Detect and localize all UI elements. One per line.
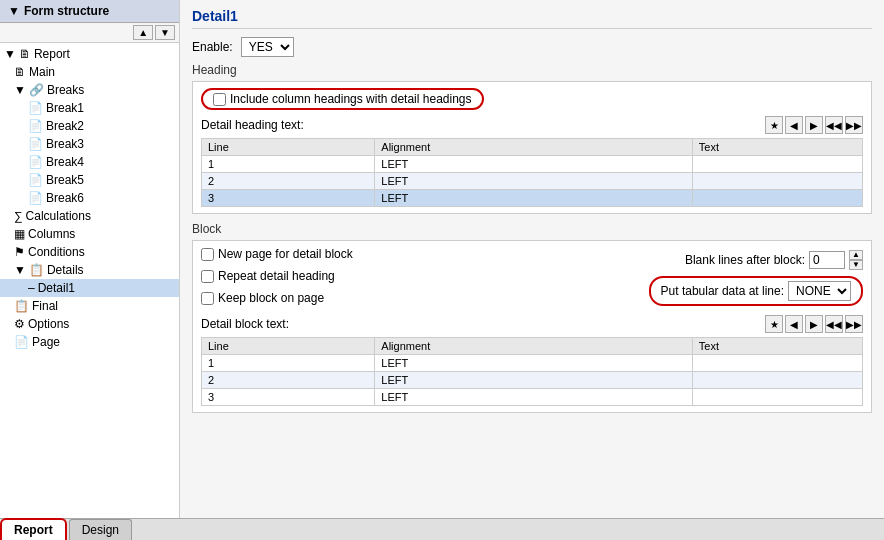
sidebar-label: Page <box>32 335 60 349</box>
repeat-heading-checkbox[interactable] <box>201 270 214 283</box>
table-row[interactable]: 2 LEFT <box>202 372 863 389</box>
enable-label: Enable: <box>192 40 233 54</box>
heading-first-button[interactable]: ◀◀ <box>825 116 843 134</box>
block-section-label: Block <box>192 222 872 236</box>
break4-icon: 📄 <box>28 155 43 169</box>
cell-alignment: LEFT <box>375 190 693 207</box>
sidebar-item-details[interactable]: ▼ 📋 Details <box>0 261 179 279</box>
tabular-data-label: Put tabular data at line: <box>661 284 784 298</box>
sidebar-item-break6[interactable]: 📄 Break6 <box>0 189 179 207</box>
col-alignment: Alignment <box>375 139 693 156</box>
heading-up-button[interactable]: ◀ <box>785 116 803 134</box>
heading-last-button[interactable]: ▶▶ <box>845 116 863 134</box>
block-down-button[interactable]: ▶ <box>805 315 823 333</box>
tree-arrow-details-icon: ▼ <box>14 263 26 277</box>
blank-lines-input[interactable] <box>809 251 845 269</box>
sidebar-up-button[interactable]: ▲ <box>133 25 153 40</box>
sidebar-label: Detail1 <box>38 281 75 295</box>
heading-down-button[interactable]: ▶ <box>805 116 823 134</box>
blank-lines-row: Blank lines after block: ▲ ▼ <box>685 250 863 270</box>
table-row[interactable]: 2 LEFT <box>202 173 863 190</box>
sidebar-title: Form structure <box>24 4 109 18</box>
sidebar-label: Break6 <box>46 191 84 205</box>
cell-line: 2 <box>202 372 375 389</box>
break1-icon: 📄 <box>28 101 43 115</box>
sidebar-item-options[interactable]: ⚙ Options <box>0 315 179 333</box>
cell-line: 1 <box>202 156 375 173</box>
sidebar-label: Break4 <box>46 155 84 169</box>
blank-lines-up-button[interactable]: ▲ <box>849 250 863 260</box>
cell-line: 3 <box>202 190 375 207</box>
table-row[interactable]: 1 LEFT <box>202 355 863 372</box>
sidebar-item-detail1[interactable]: – Detail1 <box>0 279 179 297</box>
options-icon: ⚙ <box>14 317 25 331</box>
sidebar-item-columns[interactable]: ▦ Columns <box>0 225 179 243</box>
table-row[interactable]: 1 LEFT <box>202 156 863 173</box>
sidebar-item-break1[interactable]: 📄 Break1 <box>0 99 179 117</box>
tabular-data-select[interactable]: NONE 1 2 3 <box>788 281 851 301</box>
sidebar-tree: ▼ 🗎 Report 🗎 Main ▼ 🔗 Breaks 📄 Break1 📄 … <box>0 43 179 518</box>
include-headings-checkbox[interactable] <box>213 93 226 106</box>
sidebar-label: Options <box>28 317 69 331</box>
new-page-checkbox[interactable] <box>201 248 214 261</box>
blank-lines-down-button[interactable]: ▼ <box>849 260 863 270</box>
sidebar-label: Break2 <box>46 119 84 133</box>
repeat-heading-label: Repeat detail heading <box>218 269 335 283</box>
page-title: Detail1 <box>192 8 872 29</box>
enable-select[interactable]: YES NO <box>241 37 294 57</box>
cell-alignment: LEFT <box>375 372 693 389</box>
sidebar-item-break4[interactable]: 📄 Break4 <box>0 153 179 171</box>
sidebar-item-report[interactable]: ▼ 🗎 Report <box>0 45 179 63</box>
cell-line: 1 <box>202 355 375 372</box>
tree-icon: ▼ <box>8 4 20 18</box>
columns-icon: ▦ <box>14 227 25 241</box>
tab-design[interactable]: Design <box>69 519 132 540</box>
sidebar-item-calculations[interactable]: ∑ Calculations <box>0 207 179 225</box>
block-star-button[interactable]: ★ <box>765 315 783 333</box>
cell-text <box>692 156 862 173</box>
block-up-button[interactable]: ◀ <box>785 315 803 333</box>
sidebar-item-break3[interactable]: 📄 Break3 <box>0 135 179 153</box>
conditions-icon: ⚑ <box>14 245 25 259</box>
sidebar-label: Break3 <box>46 137 84 151</box>
col-text: Text <box>692 139 862 156</box>
sidebar-label: Columns <box>28 227 75 241</box>
cell-line: 2 <box>202 173 375 190</box>
cell-alignment: LEFT <box>375 173 693 190</box>
tree-arrow-icon: ▼ <box>4 47 16 61</box>
detail1-icon: – <box>28 281 35 295</box>
sidebar-label: Break5 <box>46 173 84 187</box>
detail-heading-text-label: Detail heading text: <box>201 118 304 132</box>
sidebar-label: Calculations <box>26 209 91 223</box>
table-row[interactable]: 3 LEFT <box>202 190 863 207</box>
tab-report[interactable]: Report <box>0 518 67 540</box>
block-table: Line Alignment Text 1 LEFT 2 LEFT <box>201 337 863 406</box>
sidebar-item-breaks[interactable]: ▼ 🔗 Breaks <box>0 81 179 99</box>
sidebar-item-page[interactable]: 📄 Page <box>0 333 179 351</box>
block-col-alignment: Alignment <box>375 338 693 355</box>
cell-text <box>692 389 862 406</box>
sidebar-item-final[interactable]: 📋 Final <box>0 297 179 315</box>
heading-section: Include column headings with detail head… <box>192 81 872 214</box>
sidebar: ▼ Form structure ▲ ▼ ▼ 🗎 Report 🗎 Main ▼… <box>0 0 180 518</box>
heading-toolbar: ★ ◀ ▶ ◀◀ ▶▶ <box>765 116 863 134</box>
break2-icon: 📄 <box>28 119 43 133</box>
report-icon: 🗎 <box>19 47 31 61</box>
break3-icon: 📄 <box>28 137 43 151</box>
sidebar-label: Details <box>47 263 84 277</box>
cell-alignment: LEFT <box>375 355 693 372</box>
details-icon: 📋 <box>29 263 44 277</box>
blank-lines-label: Blank lines after block: <box>685 253 805 267</box>
sidebar-item-break5[interactable]: 📄 Break5 <box>0 171 179 189</box>
block-last-button[interactable]: ▶▶ <box>845 315 863 333</box>
table-row[interactable]: 3 LEFT <box>202 389 863 406</box>
keep-block-checkbox[interactable] <box>201 292 214 305</box>
cell-line: 3 <box>202 389 375 406</box>
tabular-data-row-highlighted: Put tabular data at line: NONE 1 2 3 <box>649 276 863 306</box>
sidebar-down-button[interactable]: ▼ <box>155 25 175 40</box>
sidebar-item-main[interactable]: 🗎 Main <box>0 63 179 81</box>
sidebar-item-conditions[interactable]: ⚑ Conditions <box>0 243 179 261</box>
heading-star-button[interactable]: ★ <box>765 116 783 134</box>
sidebar-item-break2[interactable]: 📄 Break2 <box>0 117 179 135</box>
block-first-button[interactable]: ◀◀ <box>825 315 843 333</box>
